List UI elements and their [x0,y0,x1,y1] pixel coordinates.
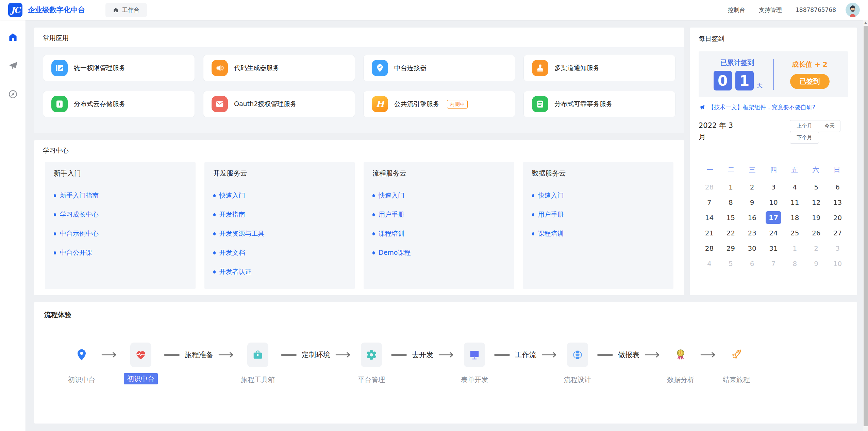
learning-link-text[interactable]: 课程培训 [538,229,564,238]
learning-link[interactable]: 新手入门指南 [54,186,187,205]
learning-link-text[interactable]: 用户手册 [379,210,404,219]
flow-step-node[interactable]: 流程设计 [564,343,591,384]
learning-link[interactable]: Demo课程 [372,243,505,262]
sidebar-item-home[interactable] [8,32,18,42]
today-button[interactable]: 今天 [819,120,840,132]
learning-link-text[interactable]: 开发文档 [219,248,245,257]
scrollbar-up-arrow[interactable]: ▲ [863,20,868,25]
calendar-day[interactable]: 3 [827,241,848,256]
tab-workbench[interactable]: 工作台 [105,3,147,17]
sidebar-item-compass[interactable] [8,89,18,99]
calendar-day[interactable]: 1 [784,241,805,256]
learning-link-text[interactable]: 学习成长中心 [60,210,99,219]
calendar-day[interactable]: 2 [805,241,827,256]
learning-link-text[interactable]: 快速入门 [379,191,404,200]
learning-link-text[interactable]: 快速入门 [219,191,245,200]
calendar-day[interactable]: 4 [699,256,720,271]
calendar-day[interactable]: 26 [805,225,827,241]
signed-in-button[interactable]: 已签到 [790,74,830,89]
calendar-day[interactable]: 6 [827,179,848,195]
calendar-day[interactable]: 29 [720,241,741,256]
header-nav-item-0[interactable]: 控制台 [728,6,745,14]
calendar-day[interactable]: 11 [784,195,805,210]
learning-link-text[interactable]: Demo课程 [379,248,411,257]
calendar-day[interactable]: 31 [763,241,784,256]
calendar-day[interactable]: 16 [741,210,763,225]
flow-step-node[interactable]: 初识中台 [68,343,95,384]
calendar-day[interactable]: 22 [720,225,741,241]
learning-link[interactable]: 快速入门 [532,186,665,205]
calendar-day[interactable]: 5 [805,179,827,195]
learning-link[interactable]: 开发资源与工具 [213,224,346,243]
calendar-day[interactable]: 8 [784,256,805,271]
calendar-day[interactable]: 5 [720,256,741,271]
flow-step-node[interactable]: 结束旅程 [723,343,750,384]
learning-link[interactable]: 学习成长中心 [54,205,187,224]
learning-link[interactable]: 课程培训 [532,224,665,243]
calendar-day[interactable]: 10 [763,195,784,210]
learning-link-text[interactable]: 课程培训 [379,229,404,238]
app-card[interactable]: 分布式云存储服务 [43,91,195,117]
calendar-day-selected[interactable]: 17 [763,210,784,225]
app-card[interactable]: Oauth2授权管理服务 [203,91,355,117]
app-card[interactable]: 中台连接器 [363,55,515,81]
app-card[interactable]: 分布式可靠事务服务 [523,91,675,117]
learning-link[interactable]: 开发者认证 [213,262,346,281]
sidebar-item-send[interactable] [8,61,18,71]
flow-step-node[interactable]: 平台管理 [358,343,385,384]
flow-step-node[interactable]: 表单开发 [461,343,488,384]
calendar-day[interactable]: 12 [805,195,827,210]
calendar-day[interactable]: 10 [827,256,848,271]
learning-link-text[interactable]: 快速入门 [538,191,564,200]
calendar-day[interactable]: 28 [699,179,720,195]
calendar-day[interactable]: 28 [699,241,720,256]
calendar-day[interactable]: 1 [720,179,741,195]
calendar-day[interactable]: 27 [827,225,848,241]
learning-link[interactable]: 用户手册 [532,205,665,224]
scrollbar-thumb[interactable] [864,26,868,426]
app-card[interactable]: H公共流引擎服务内测中 [363,91,515,117]
calendar-day[interactable]: 8 [720,195,741,210]
calendar-day[interactable]: 7 [699,195,720,210]
next-month-button[interactable]: 下个月 [790,132,819,144]
calendar-day[interactable]: 4 [784,179,805,195]
learning-link[interactable]: 开发指南 [213,205,346,224]
learning-link-text[interactable]: 开发资源与工具 [219,229,265,238]
calendar-day[interactable]: 7 [763,256,784,271]
calendar-day[interactable]: 21 [699,225,720,241]
learning-link-text[interactable]: 新手入门指南 [60,191,99,200]
header-nav-item-1[interactable]: 支持管理 [759,6,782,14]
learning-link[interactable]: 快速入门 [213,186,346,205]
learning-link-text[interactable]: 开发者认证 [219,267,252,276]
learning-link-text[interactable]: 开发指南 [219,210,245,219]
calendar-day[interactable]: 23 [741,225,763,241]
calendar-day[interactable]: 24 [763,225,784,241]
learning-link[interactable]: 开发文档 [213,243,346,262]
calendar-day[interactable]: 30 [741,241,763,256]
calendar-day[interactable]: 18 [784,210,805,225]
calendar-day[interactable]: 15 [720,210,741,225]
flow-step-node[interactable]: 1数据分析 [667,343,694,384]
learning-link[interactable]: 中台公开课 [54,243,187,262]
calendar-day[interactable]: 20 [827,210,848,225]
prev-month-button[interactable]: 上个月 [790,120,819,132]
header-nav-item-2[interactable]: 18878765768 [796,6,836,13]
app-card[interactable]: 统一权限管理服务 [43,55,195,81]
calendar-day[interactable]: 19 [805,210,827,225]
calendar-day[interactable]: 3 [763,179,784,195]
learning-link[interactable]: 中台示例中心 [54,224,187,243]
app-card[interactable]: 代码生成器服务 [203,55,355,81]
avatar[interactable] [846,3,860,17]
app-card[interactable]: 多渠道通知服务 [523,55,675,81]
flow-step-node[interactable]: 旅程工具箱 [241,343,275,384]
tech-article-link[interactable]: 【技术一文】框架组件，究竟要不要自研? [699,103,848,111]
calendar-day[interactable]: 14 [699,210,720,225]
calendar-day[interactable]: 2 [741,179,763,195]
flow-step-node[interactable]: 初识中台 [124,343,158,384]
learning-link-text[interactable]: 中台示例中心 [60,229,99,238]
learning-link[interactable]: 课程培训 [372,224,505,243]
learning-link-text[interactable]: 中台公开课 [60,248,92,257]
calendar-day[interactable]: 9 [805,256,827,271]
calendar-day[interactable]: 13 [827,195,848,210]
learning-link-text[interactable]: 用户手册 [538,210,564,219]
